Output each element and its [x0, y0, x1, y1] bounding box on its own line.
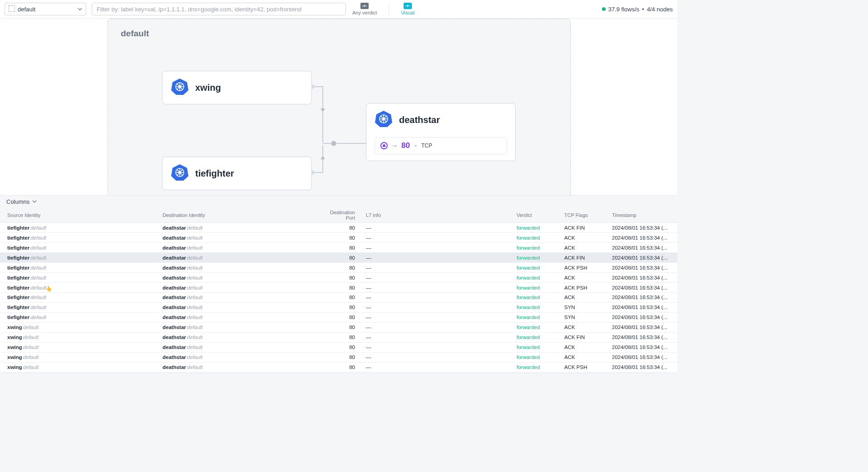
- col-tcp-flags[interactable]: TCP Flags: [561, 208, 608, 223]
- port-protocol: TCP: [421, 143, 432, 149]
- table-row[interactable]: tiefighterdefaultdeathstardefault80—forw…: [0, 243, 677, 253]
- namespace-title: default: [121, 29, 149, 39]
- table-row[interactable]: tiefighterdefaultdeathstardefault80—forw…: [0, 223, 677, 233]
- separator-dot-icon: [414, 145, 417, 147]
- tab-any-verdict[interactable]: Any verdict: [351, 3, 378, 15]
- visual-icon: [404, 3, 412, 9]
- port-number: 80: [401, 141, 410, 150]
- namespace-label: default: [18, 6, 75, 13]
- kubernetes-icon: [171, 163, 189, 183]
- col-source[interactable]: Source Identity: [0, 208, 159, 223]
- kubernetes-icon: [375, 110, 393, 130]
- svg-point-12: [178, 85, 181, 88]
- namespace-icon: [9, 5, 15, 13]
- node-count: 4/4 nodes: [647, 6, 673, 13]
- verdict-icon: [360, 3, 369, 9]
- status-dot-icon: [602, 7, 606, 11]
- node-header: deathstar: [375, 110, 507, 130]
- chevron-down-icon: [78, 6, 82, 13]
- table-header-row: Source Identity Destination Identity Des…: [0, 208, 677, 223]
- table-row[interactable]: xwingdefaultdeathstardefault80—forwarded…: [0, 322, 677, 332]
- table-row[interactable]: tiefighterdefaultdeathstardefault80—forw…: [0, 302, 677, 312]
- node-xwing[interactable]: xwing: [162, 71, 312, 104]
- col-dest-port[interactable]: Destination Port: [318, 208, 359, 223]
- col-verdict[interactable]: Verdict: [513, 208, 561, 223]
- flows-panel: Columns Source Identity Destination Iden…: [0, 195, 677, 373]
- svg-point-26: [382, 118, 385, 120]
- table-row[interactable]: xwingdefaultdeathstardefault80—forwarded…: [0, 352, 677, 362]
- graph-canvas[interactable]: default xwing tiefighter: [0, 19, 677, 195]
- flows-rate: 37.9 flows/s: [608, 6, 640, 13]
- table-row[interactable]: xwingdefaultdeathstardefault80—forwarded…: [0, 332, 677, 342]
- table-row[interactable]: tiefighterdefaultdeathstardefault80—forw…: [0, 293, 677, 303]
- node-title: tiefighter: [195, 168, 234, 179]
- node-title: deathstar: [399, 115, 440, 125]
- tab-visual[interactable]: Visual: [400, 3, 415, 15]
- port-badge-icon: [380, 142, 388, 149]
- table-row[interactable]: xwingdefaultdeathstardefault80—forwarded…: [0, 362, 677, 372]
- col-timestamp[interactable]: Timestamp: [608, 208, 677, 223]
- table-row[interactable]: tiefighterdefaultdeathstardefault80—forw…: [0, 273, 677, 283]
- kubernetes-icon: [171, 78, 189, 98]
- node-deathstar[interactable]: deathstar → 80 TCP: [366, 103, 516, 161]
- table-row[interactable]: tiefighterdefaultdeathstardefault80—forw…: [0, 233, 677, 243]
- col-destination[interactable]: Destination Identity: [159, 208, 318, 223]
- arrow-right-icon: →: [391, 142, 398, 149]
- node-tiefighter[interactable]: tiefighter: [162, 157, 312, 190]
- columns-toggle[interactable]: Columns: [0, 196, 677, 208]
- svg-rect-0: [9, 5, 15, 12]
- table-row[interactable]: tiefighterdefaultdeathstardefault80—forw…: [0, 283, 677, 293]
- flows-table: Source Identity Destination Identity Des…: [0, 208, 677, 373]
- table-row[interactable]: tiefighterdefaultdeathstardefault80—forw…: [0, 312, 677, 322]
- top-bar: default Any verdict Visual: [0, 0, 677, 19]
- table-row[interactable]: tiefighterdefaultdeathstardefault80—forw…: [0, 263, 677, 273]
- port-entry[interactable]: → 80 TCP: [375, 137, 507, 154]
- table-row[interactable]: xwingdefaultdeathstardefault80—forwarded…: [0, 342, 677, 352]
- table-row[interactable]: tiefighterdefaultdeathstardefault80—forw…: [0, 253, 677, 263]
- svg-point-19: [178, 171, 181, 174]
- chevron-down-icon: [32, 198, 37, 205]
- tab-divider: [389, 3, 389, 15]
- status-area: 37.9 flows/s • 4/4 nodes: [602, 6, 673, 13]
- col-l7[interactable]: L7 info: [359, 208, 513, 223]
- view-tabs: Any verdict Visual: [351, 3, 415, 15]
- node-title: xwing: [195, 83, 221, 93]
- filter-input[interactable]: [92, 3, 346, 15]
- status-separator: •: [642, 6, 644, 13]
- namespace-selector[interactable]: default: [5, 3, 86, 15]
